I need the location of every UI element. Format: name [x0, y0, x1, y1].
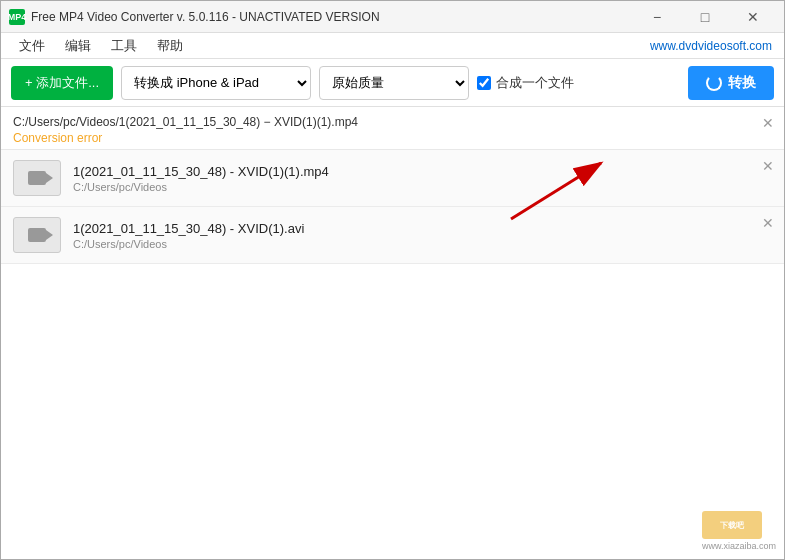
app-icon: MP4	[9, 9, 25, 25]
file-name: 1(2021_01_11_15_30_48) - XVID(1).avi	[73, 221, 772, 236]
menu-bar: 文件 编辑 工具 帮助 www.dvdvideosoft.com	[1, 33, 784, 59]
file-path: C:/Users/pc/Videos	[73, 238, 772, 250]
file-thumbnail	[13, 160, 61, 196]
convert-refresh-icon	[706, 75, 722, 91]
error-file-path: C:/Users/pc/Videos/1(2021_01_11_15_30_48…	[13, 115, 772, 129]
title-bar: MP4 Free MP4 Video Converter v. 5.0.116 …	[1, 1, 784, 33]
file-close-button[interactable]: ✕	[760, 215, 776, 231]
close-button[interactable]: ✕	[730, 3, 776, 31]
merge-container: 合成一个文件	[477, 74, 574, 92]
window-title: Free MP4 Video Converter v. 5.0.116 - UN…	[31, 10, 634, 24]
watermark-site: www.xiazaiba.com	[702, 541, 776, 551]
content-area: C:/Users/pc/Videos/1(2021_01_11_15_30_48…	[1, 107, 784, 559]
minimize-button[interactable]: −	[634, 3, 680, 31]
add-file-button[interactable]: + 添加文件...	[11, 66, 113, 100]
menu-file[interactable]: 文件	[9, 34, 55, 58]
app-icon-text: MP4	[8, 12, 27, 22]
convert-button[interactable]: 转换	[688, 66, 774, 100]
file-item: 1(2021_01_11_15_30_48) - XVID(1).avi C:/…	[1, 207, 784, 264]
file-info: 1(2021_01_11_15_30_48) - XVID(1)(1).mp4 …	[73, 164, 772, 193]
error-message: Conversion error	[13, 131, 772, 145]
convert-button-label: 转换	[728, 74, 756, 92]
video-icon	[28, 228, 46, 242]
quality-select[interactable]: 原始质量	[319, 66, 469, 100]
file-path: C:/Users/pc/Videos	[73, 181, 772, 193]
toolbar: + 添加文件... 转换成 iPhone & iPad 原始质量 合成一个文件 …	[1, 59, 784, 107]
file-close-button[interactable]: ✕	[760, 158, 776, 174]
video-icon	[28, 171, 46, 185]
watermark: 下载吧 www.xiazaiba.com	[702, 511, 776, 551]
merge-checkbox[interactable]	[477, 76, 491, 90]
format-select[interactable]: 转换成 iPhone & iPad	[121, 66, 311, 100]
content-wrapper: C:/Users/pc/Videos/1(2021_01_11_15_30_48…	[1, 107, 784, 559]
file-name: 1(2021_01_11_15_30_48) - XVID(1)(1).mp4	[73, 164, 772, 179]
maximize-button[interactable]: □	[682, 3, 728, 31]
window-controls: − □ ✕	[634, 3, 776, 31]
error-row-close-button[interactable]: ✕	[760, 115, 776, 131]
menu-edit[interactable]: 编辑	[55, 34, 101, 58]
main-window: MP4 Free MP4 Video Converter v. 5.0.116 …	[0, 0, 785, 560]
menu-help[interactable]: 帮助	[147, 34, 193, 58]
file-thumbnail	[13, 217, 61, 253]
error-file-row: C:/Users/pc/Videos/1(2021_01_11_15_30_48…	[1, 107, 784, 150]
file-item: 1(2021_01_11_15_30_48) - XVID(1)(1).mp4 …	[1, 150, 784, 207]
dvdsoft-link[interactable]: www.dvdvideosoft.com	[650, 39, 772, 53]
watermark-logo: 下载吧	[702, 511, 762, 539]
file-info: 1(2021_01_11_15_30_48) - XVID(1).avi C:/…	[73, 221, 772, 250]
menu-tools[interactable]: 工具	[101, 34, 147, 58]
merge-label[interactable]: 合成一个文件	[496, 74, 574, 92]
